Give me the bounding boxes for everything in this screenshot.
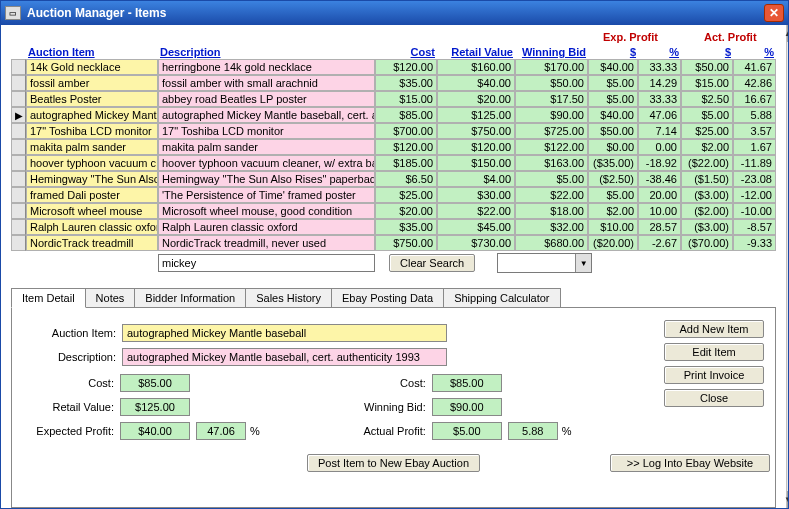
cell[interactable]: 33.33 [638,59,681,75]
header-act-profit[interactable]: Act. Profit [704,31,757,43]
cell[interactable]: $170.00 [515,59,588,75]
header-exp-dollar[interactable]: $ [588,45,638,59]
cell[interactable]: $125.00 [437,107,515,123]
cell[interactable]: herringbone 14k gold necklace [158,59,375,75]
cell[interactable]: $40.00 [437,75,515,91]
cell[interactable]: ($3.00) [681,219,733,235]
detail-cost[interactable]: $85.00 [120,374,190,392]
cell[interactable]: 14k Gold necklace [26,59,158,75]
cell[interactable]: $730.00 [437,235,515,251]
cell[interactable]: $120.00 [375,59,437,75]
cell[interactable]: hoover typhoon vacuum c [26,155,158,171]
cell[interactable]: $10.00 [588,219,638,235]
cell[interactable]: Hemingway "The Sun Also Rises" paperback… [158,171,375,187]
scroll-down-arrow[interactable]: ▼ [787,491,788,508]
table-row[interactable]: hoover typhoon vacuum choover typhoon va… [11,155,776,171]
cell[interactable]: NordicTrack treadmill [26,235,158,251]
tab-ebay-posting-data[interactable]: Ebay Posting Data [331,288,444,307]
table-row[interactable]: Hemingway "The Sun AlsoHemingway "The Su… [11,171,776,187]
log-into-ebay-button[interactable]: >> Log Into Ebay Website [610,454,770,472]
cell[interactable]: Microsoft wheel mouse, good condition [158,203,375,219]
table-row[interactable]: framed Dali poster'The Persistence of Ti… [11,187,776,203]
header-exp-pct[interactable]: % [638,45,681,59]
cell[interactable]: $22.00 [437,203,515,219]
cell[interactable]: $163.00 [515,155,588,171]
cell[interactable]: $90.00 [515,107,588,123]
cell[interactable]: 20.00 [638,187,681,203]
cell[interactable]: $120.00 [437,139,515,155]
table-row[interactable]: 14k Gold necklaceherringbone 14k gold ne… [11,59,776,75]
row-selector[interactable] [11,123,26,139]
cell[interactable]: $32.00 [515,219,588,235]
header-act-pct[interactable]: % [733,45,776,59]
close-button[interactable]: Close [664,389,764,407]
cell[interactable]: fossil amber [26,75,158,91]
cell[interactable]: $50.00 [588,123,638,139]
cell[interactable]: $725.00 [515,123,588,139]
cell[interactable]: -18.92 [638,155,681,171]
table-row[interactable]: ▶autographed Mickey Mantlautographed Mic… [11,107,776,123]
tab-notes[interactable]: Notes [85,288,136,307]
cell[interactable]: Ralph Lauren classic oxfor [26,219,158,235]
cell[interactable]: 17" Toshiba LCD monitor [26,123,158,139]
cell[interactable]: $5.00 [588,75,638,91]
cell[interactable]: $700.00 [375,123,437,139]
table-row[interactable]: makita palm sandermakita palm sander$120… [11,139,776,155]
cell[interactable]: $15.00 [375,91,437,107]
cell[interactable]: 0.00 [638,139,681,155]
cell[interactable]: 7.14 [638,123,681,139]
table-row[interactable]: fossil amberfossil amber with small arac… [11,75,776,91]
tab-sales-history[interactable]: Sales History [245,288,332,307]
cell[interactable]: $750.00 [437,123,515,139]
cell[interactable]: $120.00 [375,139,437,155]
header-cost[interactable]: Cost [375,45,437,59]
header-description[interactable]: Description [158,45,375,59]
cell[interactable]: $40.00 [588,107,638,123]
cell[interactable]: $122.00 [515,139,588,155]
cell[interactable]: -11.89 [733,155,776,171]
cell[interactable]: Microsoft wheel mouse [26,203,158,219]
cell[interactable]: 'The Persistence of Time' framed poster [158,187,375,203]
cell[interactable]: NordicTrack treadmill, never used [158,235,375,251]
cell[interactable]: $22.00 [515,187,588,203]
row-selector[interactable] [11,139,26,155]
cell[interactable]: $18.00 [515,203,588,219]
detail-cost2[interactable]: $85.00 [432,374,502,392]
cell[interactable]: 42.86 [733,75,776,91]
cell[interactable]: $30.00 [437,187,515,203]
tab-bidder-information[interactable]: Bidder Information [134,288,246,307]
detail-description[interactable]: autographed Mickey Mantle baseball, cert… [122,348,447,366]
cell[interactable]: Ralph Lauren classic oxford [158,219,375,235]
row-selector[interactable] [11,75,26,91]
cell[interactable]: makita palm sander [26,139,158,155]
cell[interactable]: $2.00 [681,139,733,155]
cell[interactable]: $50.00 [681,59,733,75]
tab-shipping-calculator[interactable]: Shipping Calculator [443,288,560,307]
cell[interactable]: ($70.00) [681,235,733,251]
cell[interactable]: $185.00 [375,155,437,171]
row-selector[interactable] [11,203,26,219]
cell[interactable]: 10.00 [638,203,681,219]
cell[interactable]: $150.00 [437,155,515,171]
cell[interactable]: $40.00 [588,59,638,75]
vertical-scrollbar[interactable]: ▲ ▼ [786,25,788,508]
cell[interactable]: $0.00 [588,139,638,155]
cell[interactable]: -38.46 [638,171,681,187]
detail-auction-item[interactable]: autographed Mickey Mantle baseball [122,324,447,342]
cell[interactable]: makita palm sander [158,139,375,155]
cell[interactable]: -12.00 [733,187,776,203]
row-selector[interactable] [11,155,26,171]
cell[interactable]: $5.00 [681,107,733,123]
detail-retail[interactable]: $125.00 [120,398,190,416]
add-new-item-button[interactable]: Add New Item [664,320,764,338]
scroll-up-arrow[interactable]: ▲ [787,25,788,42]
clear-search-button[interactable]: Clear Search [389,254,475,272]
cell[interactable]: ($3.00) [681,187,733,203]
cell[interactable]: 47.06 [638,107,681,123]
cell[interactable]: -10.00 [733,203,776,219]
cell[interactable]: $35.00 [375,219,437,235]
cell[interactable]: $25.00 [681,123,733,139]
search-input[interactable] [158,254,375,272]
edit-item-button[interactable]: Edit Item [664,343,764,361]
cell[interactable]: $35.00 [375,75,437,91]
